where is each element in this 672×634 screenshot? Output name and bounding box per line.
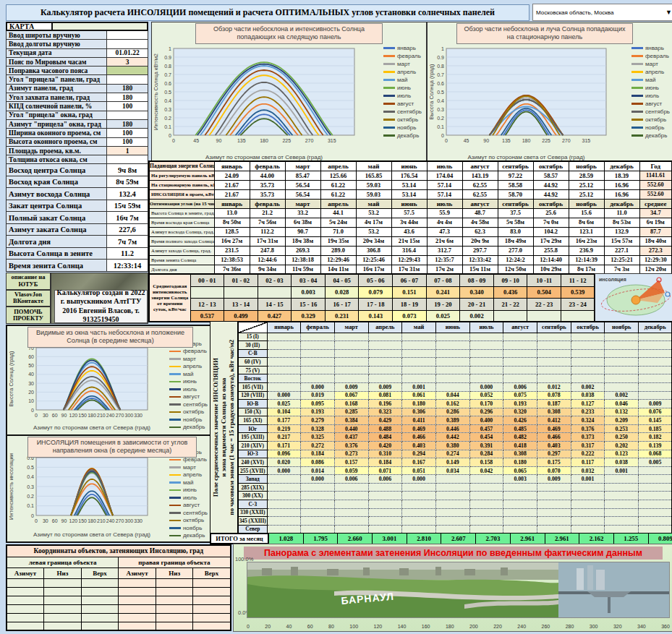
left-row-input[interactable]: 180 (107, 93, 148, 102)
region-dropdown-value: Московская область, Москва (536, 9, 613, 16)
left-row-input[interactable] (107, 111, 148, 120)
avg-header: среднее (639, 199, 672, 208)
left-row-input[interactable]: 3 (107, 58, 148, 67)
panorama-tick: 300 (590, 624, 598, 629)
left-row-input[interactable] (107, 40, 148, 48)
shading-input-cell[interactable] (119, 596, 156, 604)
left-row-input[interactable]: 180 (107, 85, 148, 93)
matrix-cell (639, 366, 672, 374)
matrix-cell: 0.059 (334, 466, 368, 475)
legend-month-label: июль (183, 494, 197, 501)
shading-input-cell[interactable] (7, 622, 44, 630)
youtube-button[interactable]: описание на ЮТУБ (6, 273, 51, 290)
shading-input-cell[interactable] (81, 604, 119, 613)
legend-month-label: март (645, 61, 658, 67)
shading-input-cell[interactable] (193, 578, 231, 587)
left-row-input[interactable] (107, 75, 148, 84)
left-panel-row: Ширина оконного проема, см 100 (6, 129, 148, 137)
shading-input-cell[interactable] (156, 613, 193, 622)
shading-input-cell[interactable] (44, 578, 82, 587)
help-button[interactable]: ПОМОЧЬ ПРОЕКТУ (6, 307, 51, 324)
legend-item: сентябрь (631, 108, 670, 116)
chart4-title: ИНСОЛЯЦИЯ помещения в зависимости от угл… (27, 437, 197, 458)
shading-input-cell[interactable] (193, 613, 231, 622)
month-header: июль (427, 199, 462, 208)
shading-input-cell[interactable] (119, 587, 156, 596)
svg-text:225: 225 (282, 138, 291, 143)
shading-input-cell[interactable] (193, 596, 231, 604)
matrix-cell (267, 508, 301, 517)
shading-input-cell[interactable] (119, 613, 156, 622)
svg-text:270: 270 (116, 413, 124, 418)
chart4-legend: январь февраль март апрель май июнь июль… (169, 453, 208, 534)
shading-input-cell[interactable] (7, 604, 44, 613)
shading-input-cell[interactable] (156, 587, 193, 596)
left-row-input[interactable]: 100 (107, 129, 148, 137)
matrix-cell: 0.158 (469, 458, 503, 467)
matrix-cell (537, 483, 571, 492)
opt-cell: 53.2 (356, 227, 391, 236)
opt-cell: 12:29:43 (391, 255, 427, 265)
legend-line-swatch (169, 403, 181, 406)
matrix-row-label: Ю-В (238, 400, 267, 408)
energy-header-label: Падающая энергия Солнца (149, 161, 214, 171)
shading-input-cell[interactable] (119, 604, 156, 613)
left-row-input[interactable]: 100 (107, 138, 148, 147)
shading-input-cell[interactable] (44, 622, 82, 630)
shading-input-cell[interactable] (193, 622, 231, 630)
left-row-label: Время зенита Солнца (6, 260, 107, 272)
shading-input-cell[interactable] (7, 613, 44, 622)
shading-input-cell[interactable] (193, 604, 231, 613)
shading-input-cell[interactable] (44, 604, 82, 613)
energy-cell: 165.85 (356, 171, 391, 180)
shading-input-cell[interactable] (7, 578, 44, 587)
matrix-cell: 0.000 (267, 391, 301, 400)
left-row-input[interactable]: 180 (107, 120, 148, 129)
matrix-cell: 0.429 (368, 416, 402, 425)
shading-input-cell[interactable] (44, 613, 82, 622)
shading-input-cell[interactable] (193, 587, 231, 596)
matrix-cell (469, 492, 503, 500)
opt-cell: 12:24:2 (498, 255, 533, 265)
shading-input-cell[interactable] (119, 578, 156, 587)
region-dropdown[interactable]: Московская область, Москва ▼ (532, 4, 672, 21)
left-row-input[interactable] (107, 31, 148, 40)
left-row-input[interactable]: 1 (107, 147, 148, 155)
matrix-cell (571, 349, 605, 358)
shading-input-cell[interactable] (156, 622, 193, 630)
legend-line-swatch (631, 63, 643, 65)
vk-button[interactable]: VlasovJon ВКонтакте (6, 290, 51, 307)
map-button[interactable]: КАРТА (6, 22, 53, 31)
legend-month-label: март (183, 464, 196, 471)
shading-input-cell[interactable] (81, 578, 119, 587)
shading-input-cell[interactable] (81, 596, 119, 604)
map-area[interactable] (53, 22, 148, 31)
matrix-cell (503, 517, 537, 526)
shading-input-cell[interactable] (7, 587, 44, 596)
left-row-input[interactable]: 01.01.22 (107, 49, 148, 58)
svg-text:0: 0 (441, 133, 444, 138)
legend-item: декабрь (169, 424, 208, 430)
shading-input-cell[interactable] (156, 578, 193, 587)
shading-input-cell[interactable] (44, 587, 82, 596)
shading-input-cell[interactable] (156, 596, 193, 604)
hour-value: 0.436 (493, 286, 527, 298)
shading-input-cell[interactable] (156, 604, 193, 613)
left-panel-row: Долгота дня 7ч 7м (6, 236, 148, 248)
legend-line-swatch (169, 411, 181, 414)
left-row-input[interactable] (107, 155, 148, 164)
month-header: сентябрь (498, 161, 533, 171)
legend-item: ноябрь (169, 525, 208, 531)
svg-text:0.5: 0.5 (437, 90, 444, 95)
shading-input-cell[interactable] (81, 587, 119, 596)
shading-input-cell[interactable] (81, 622, 119, 630)
opt-cell: 15.6 (569, 208, 604, 218)
shading-input-cell[interactable] (7, 596, 44, 604)
shading-input-cell[interactable] (44, 596, 82, 604)
shading-input-cell[interactable] (81, 613, 119, 622)
opt-row-label: Время полного захода Солнца (149, 236, 214, 246)
matrix-cell (334, 508, 368, 517)
shading-input-cell[interactable] (119, 622, 156, 630)
left-row-input[interactable] (107, 67, 148, 75)
left-row-input[interactable]: 100 (107, 102, 148, 111)
